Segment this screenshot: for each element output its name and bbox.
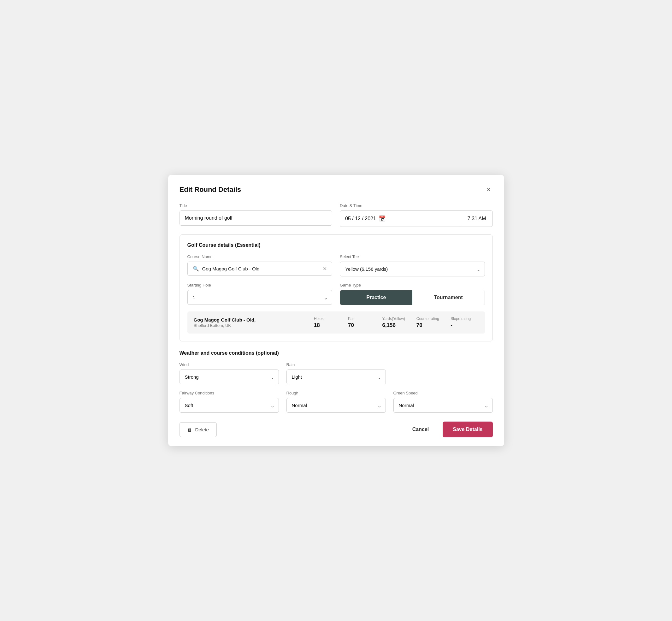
course-info-box: Gog Magog Golf Club - Old, Shelford Bott…: [187, 312, 485, 334]
title-input[interactable]: [179, 210, 333, 225]
slope-rating-label: Slope rating: [451, 317, 471, 321]
wind-label: Wind: [179, 362, 279, 367]
par-label: Par: [348, 317, 354, 321]
select-tee-dropdown[interactable]: Yellow (6,156 yards) White Red Blue: [340, 261, 485, 277]
practice-button[interactable]: Practice: [340, 290, 412, 305]
course-name-label: Course Name: [187, 254, 333, 259]
course-name-block: Gog Magog Golf Club - Old, Shelford Bott…: [194, 317, 307, 328]
rough-select-wrap: Soft Normal Hard ⌄: [287, 398, 386, 413]
game-type-toggle: Practice Tournament: [340, 290, 485, 305]
course-info-name: Gog Magog Golf Club - Old,: [194, 317, 307, 323]
game-type-group: Game Type Practice Tournament: [340, 283, 485, 305]
holes-stat: Holes 18: [307, 317, 342, 329]
footer-row: 🗑 Delete Cancel Save Details: [179, 422, 493, 437]
starting-hole-label: Starting Hole: [187, 283, 333, 287]
course-rating-stat: Course rating 70: [410, 317, 444, 329]
yards-stat: Yards(Yellow) 6,156: [376, 317, 410, 329]
datetime-label: Date & Time: [340, 203, 493, 208]
course-name-input[interactable]: [202, 266, 320, 272]
starting-hole-dropdown[interactable]: 1 2 3: [187, 290, 333, 305]
course-rating-value: 70: [416, 322, 422, 329]
trash-icon: 🗑: [187, 427, 192, 432]
course-info-location: Shelford Bottom, UK: [194, 323, 307, 328]
clear-icon[interactable]: ✕: [323, 266, 327, 272]
top-fields-row: Title Date & Time 05 / 12 / 2021 📅 7:31 …: [179, 203, 493, 227]
green-speed-group: Green Speed Slow Normal Fast ⌄: [393, 391, 493, 413]
golf-course-section: Golf Course details (Essential) Course N…: [179, 235, 493, 341]
delete-label: Delete: [195, 427, 209, 432]
yards-label: Yards(Yellow): [382, 317, 405, 321]
save-button[interactable]: Save Details: [443, 422, 493, 437]
holes-label: Holes: [314, 317, 324, 321]
par-value: 70: [348, 322, 354, 329]
rain-select-wrap: None Light Medium Heavy ⌄: [287, 370, 386, 384]
rain-group: Rain None Light Medium Heavy ⌄: [287, 362, 386, 384]
search-icon: 🔍: [193, 266, 199, 272]
select-tee-wrap: Yellow (6,156 yards) White Red Blue ⌄: [340, 261, 485, 277]
close-button[interactable]: ×: [485, 185, 493, 194]
tournament-button[interactable]: Tournament: [412, 290, 485, 305]
wind-group: Wind None Light Medium Strong ⌄: [179, 362, 279, 384]
rough-label: Rough: [287, 391, 386, 396]
slope-rating-value: -: [451, 322, 452, 329]
fairway-group: Fairway Conditions Soft Normal Hard ⌄: [179, 391, 279, 413]
modal-header: Edit Round Details ×: [179, 185, 493, 194]
par-stat: Par 70: [342, 317, 376, 329]
fairway-rough-green-row: Fairway Conditions Soft Normal Hard ⌄ Ro…: [179, 391, 493, 413]
green-speed-label: Green Speed: [393, 391, 493, 396]
holes-value: 18: [314, 322, 320, 329]
starting-hole-wrap: 1 2 3 ⌄: [187, 290, 333, 305]
rough-group: Rough Soft Normal Hard ⌄: [287, 391, 386, 413]
course-stats: Holes 18 Par 70 Yards(Yellow) 6,156 Cour…: [307, 317, 478, 329]
game-type-label: Game Type: [340, 283, 485, 287]
course-rating-label: Course rating: [416, 317, 439, 321]
select-tee-group: Select Tee Yellow (6,156 yards) White Re…: [340, 254, 485, 277]
delete-button[interactable]: 🗑 Delete: [179, 422, 217, 437]
calendar-icon: 📅: [379, 215, 385, 222]
cancel-button[interactable]: Cancel: [407, 423, 434, 436]
slope-rating-stat: Slope rating -: [444, 317, 478, 329]
edit-round-modal: Edit Round Details × Title Date & Time 0…: [168, 175, 504, 446]
course-name-search-wrap[interactable]: 🔍 ✕: [187, 261, 333, 276]
wind-dropdown[interactable]: None Light Medium Strong: [179, 370, 279, 384]
modal-title: Edit Round Details: [179, 185, 241, 194]
course-name-group: Course Name 🔍 ✕: [187, 254, 333, 277]
datetime-field-group: Date & Time 05 / 12 / 2021 📅 7:31 AM: [340, 203, 493, 227]
title-label: Title: [179, 203, 333, 208]
time-field[interactable]: 7:31 AM: [461, 211, 493, 226]
starting-hole-group: Starting Hole 1 2 3 ⌄: [187, 283, 333, 305]
footer-right: Cancel Save Details: [407, 422, 493, 437]
select-tee-label: Select Tee: [340, 254, 485, 259]
fairway-dropdown[interactable]: Soft Normal Hard: [179, 398, 279, 413]
title-field-group: Title: [179, 203, 333, 227]
green-speed-select-wrap: Slow Normal Fast ⌄: [393, 398, 493, 413]
time-value: 7:31 AM: [468, 216, 486, 221]
green-speed-dropdown[interactable]: Slow Normal Fast: [393, 398, 493, 413]
rain-label: Rain: [287, 362, 386, 367]
datetime-row: 05 / 12 / 2021 📅 7:31 AM: [340, 210, 493, 227]
yards-value: 6,156: [382, 322, 395, 329]
weather-section-title: Weather and course conditions (optional): [179, 350, 493, 356]
fairway-label: Fairway Conditions: [179, 391, 279, 396]
wind-rain-row: Wind None Light Medium Strong ⌄ Rain Non…: [179, 362, 493, 384]
hole-gametype-row: Starting Hole 1 2 3 ⌄ Game Type Practice…: [187, 283, 485, 305]
rain-dropdown[interactable]: None Light Medium Heavy: [287, 370, 386, 384]
fairway-select-wrap: Soft Normal Hard ⌄: [179, 398, 279, 413]
course-tee-row: Course Name 🔍 ✕ Select Tee Yellow (6,156…: [187, 254, 485, 277]
golf-course-section-title: Golf Course details (Essential): [187, 242, 485, 248]
date-field[interactable]: 05 / 12 / 2021 📅: [340, 211, 461, 226]
date-value: 05 / 12 / 2021: [345, 216, 376, 221]
wind-select-wrap: None Light Medium Strong ⌄: [179, 370, 279, 384]
rough-dropdown[interactable]: Soft Normal Hard: [287, 398, 386, 413]
weather-section: Weather and course conditions (optional)…: [179, 350, 493, 413]
